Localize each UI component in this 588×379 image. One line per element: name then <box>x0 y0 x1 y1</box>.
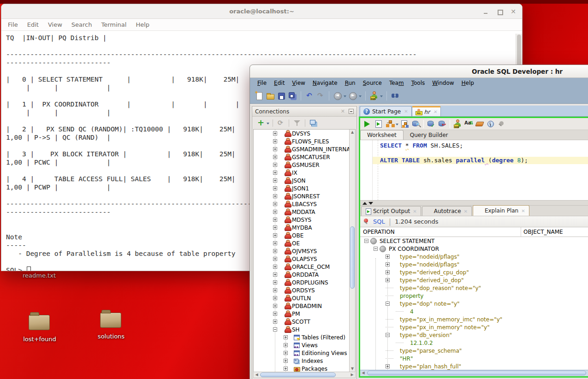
connection-tree-row[interactable]: Indexes <box>254 357 349 365</box>
redo-icon[interactable] <box>316 91 325 101</box>
expand-icon[interactable] <box>273 312 277 316</box>
expand-icon[interactable] <box>273 194 277 198</box>
plan-tree-row[interactable]: type="derived_io_dop" <box>360 276 588 284</box>
column-divider[interactable] <box>521 227 521 237</box>
plan-tree-row[interactable]: property <box>360 292 588 300</box>
expand-icon[interactable] <box>273 139 277 143</box>
editor-line[interactable] <box>360 149 588 157</box>
plan-tree-row[interactable]: type="nodeid/pflags" <box>360 253 588 261</box>
connections-close-icon[interactable]: ✕ <box>341 108 345 114</box>
tab-query-builder[interactable]: Query Builder <box>404 130 455 140</box>
tab-start-page[interactable]: ? Start Page ✕ <box>360 106 412 116</box>
add-connection-icon[interactable] <box>256 118 265 128</box>
menu-file[interactable]: File <box>254 78 270 88</box>
expand-icon[interactable] <box>273 186 277 190</box>
plan-tree-row[interactable]: type="px_in_memory_imc" note="y" <box>360 315 588 323</box>
expand-icon[interactable] <box>273 202 277 206</box>
undo-icon[interactable] <box>305 91 314 101</box>
connection-dropdown-icon[interactable] <box>380 91 384 101</box>
to-upper-lower-case-icon[interactable] <box>464 119 473 129</box>
expand-icon[interactable] <box>284 335 288 339</box>
expand-icon[interactable] <box>386 364 390 368</box>
collapse-icon[interactable] <box>386 302 390 306</box>
terminal-maximize-button[interactable] <box>496 8 503 15</box>
back-dropdown-icon[interactable] <box>343 91 347 101</box>
expand-icon[interactable] <box>273 249 277 253</box>
plan-tree-row[interactable]: type="plan_hash_full" <box>360 362 588 370</box>
expand-icon[interactable] <box>273 225 277 230</box>
connection-tree-row[interactable]: MYDBA <box>254 224 349 231</box>
expand-icon[interactable] <box>273 233 277 237</box>
connection-tree-row[interactable]: OLAPSYS <box>254 255 349 263</box>
run-script-icon[interactable] <box>374 119 383 129</box>
connection-tree-row[interactable]: GSMUSER <box>254 161 349 169</box>
expand-icon[interactable] <box>273 155 277 159</box>
plan-tree-row[interactable]: type="dop_reason" note="y" <box>360 284 588 292</box>
connection-tree-row[interactable]: MDDATA <box>254 208 349 216</box>
connections-panel-header[interactable]: Connections ✕ <box>252 107 356 117</box>
plan-tree-row[interactable]: type="parse_schema" <box>360 347 588 355</box>
plan-tree-row[interactable]: SELECT STATEMENT <box>360 237 588 245</box>
terminal-menu-search[interactable]: Search <box>71 21 92 28</box>
connection-tree-row[interactable]: Views <box>254 341 349 349</box>
expand-icon[interactable] <box>386 278 390 282</box>
sql-history-icon[interactable] <box>486 119 495 129</box>
column-object-name[interactable]: OBJECT_NAME <box>523 229 563 235</box>
sqldeveloper-titlebar[interactable]: Oracle SQL Developer : hr <box>250 65 588 78</box>
expand-icon[interactable] <box>273 218 277 222</box>
expand-icon[interactable] <box>273 171 277 175</box>
expand-icon[interactable] <box>273 210 277 214</box>
unshared-worksheet-icon[interactable]: SQL <box>453 119 462 129</box>
connection-tree-row[interactable]: LBACSYS <box>254 200 349 208</box>
menu-window[interactable]: Window <box>428 78 457 88</box>
forward-dropdown-icon[interactable] <box>358 91 362 101</box>
connection-tree-row[interactable]: OBE <box>254 231 349 239</box>
connections-vertical-scrollbar[interactable]: ▲ ▼ <box>349 130 355 372</box>
tab-worksheet[interactable]: Worksheet <box>360 130 404 140</box>
menu-run[interactable]: Run <box>341 78 359 88</box>
expand-icon[interactable] <box>386 255 390 259</box>
terminal-menu-file[interactable]: File <box>8 21 18 28</box>
column-operation[interactable]: OPERATION <box>363 229 395 235</box>
editor-line[interactable]: ALTER TABLE sh.sales parallel (degree 8)… <box>360 157 588 164</box>
terminal-titlebar[interactable]: oracle@localhost:~ ✕ <box>1 4 522 19</box>
scrollbar-thumb[interactable] <box>367 371 586 375</box>
folder-icon-lost-found[interactable] <box>29 315 50 330</box>
open-file-icon[interactable] <box>266 91 275 101</box>
desktop-icon-readme-label[interactable]: readme.txt <box>21 272 58 279</box>
plan-tree-row[interactable]: type="nodeid/pflags" <box>360 261 588 268</box>
expand-icon[interactable] <box>284 359 288 363</box>
back-icon[interactable] <box>333 91 342 101</box>
connection-tree-row[interactable]: GSMCATUSER <box>254 153 349 161</box>
connection-tree-row[interactable]: ORDDATA <box>254 271 349 278</box>
cascade-windows-icon[interactable] <box>309 118 318 128</box>
close-icon[interactable]: ✕ <box>433 109 437 114</box>
connection-tree-row[interactable]: PDBADMIN <box>254 302 349 310</box>
autotrace-dropdown-icon[interactable] <box>395 119 399 129</box>
splitter-down-icon[interactable] <box>368 202 373 205</box>
splitter-up-icon[interactable] <box>362 202 367 205</box>
connection-tree-row[interactable]: Tables (Filtered) <box>254 333 349 341</box>
scrollbar-thumb[interactable] <box>350 226 355 289</box>
terminal-menu-help[interactable]: Help <box>136 21 149 28</box>
forward-icon[interactable] <box>348 91 357 101</box>
connection-tree-row[interactable]: JSONREST <box>254 192 349 200</box>
menu-navigate[interactable]: Navigate <box>309 78 341 88</box>
sql-connection-icon[interactable]: SQL <box>369 91 379 101</box>
expand-icon[interactable] <box>284 343 288 347</box>
close-icon[interactable]: ✕ <box>521 208 525 213</box>
plan-tree-row[interactable]: type="dop" note="y" <box>360 300 588 308</box>
connection-tree-row[interactable]: PM <box>254 310 349 318</box>
folder-icon-solutions[interactable] <box>100 313 121 328</box>
plan-tree-row[interactable]: "HR" <box>360 355 588 362</box>
expand-icon[interactable] <box>273 131 277 136</box>
expand-icon[interactable] <box>273 265 277 269</box>
menu-help[interactable]: Help <box>458 78 478 88</box>
pin-icon[interactable] <box>497 119 506 129</box>
plan-tree-row[interactable]: type="derived_cpu_dop" <box>360 268 588 276</box>
menu-source[interactable]: Source <box>359 78 386 88</box>
terminal-menu-terminal[interactable]: Terminal <box>101 21 126 28</box>
expand-icon[interactable] <box>273 280 277 284</box>
plan-tree-row[interactable]: PX COORDINATOR <box>360 245 588 253</box>
expand-icon[interactable] <box>284 367 288 371</box>
